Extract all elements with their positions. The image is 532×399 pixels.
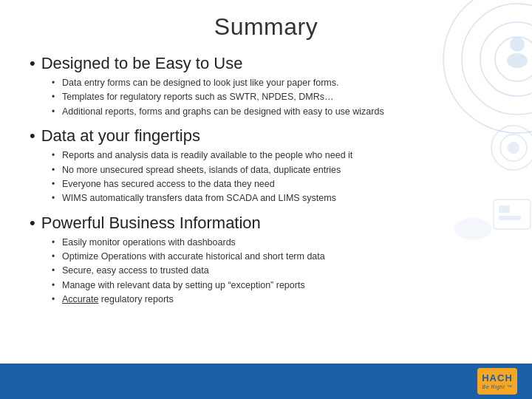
section-2-bullet: • <box>30 126 35 146</box>
slide-title: Summary <box>0 0 532 48</box>
section-1-title: Designed to be Easy to Use <box>41 54 243 73</box>
list-item: Data entry forms can be designed to look… <box>52 76 502 90</box>
section-3-bullet: • <box>30 214 35 233</box>
section-2-title: Data at your fingertips <box>41 126 200 146</box>
section-1-list: Data entry forms can be designed to look… <box>52 76 502 119</box>
section-3-heading: • Powerful Business Information <box>30 214 502 233</box>
list-item: Templates for regulatory reports such as… <box>52 90 502 104</box>
list-item: Secure, easy access to trusted data <box>52 264 502 278</box>
hach-logo: HACH Be Right ™ <box>477 368 517 395</box>
section-3-list: Easily monitor operations with dashboard… <box>52 236 502 307</box>
list-item: No more unsecured spread sheets, islands… <box>52 163 502 177</box>
section-2-list: Reports and analysis data is readily ava… <box>52 149 502 206</box>
content-area: • Designed to be Easy to Use Data entry … <box>0 54 532 307</box>
list-item: Accurate regulatory reports <box>52 293 502 307</box>
list-item: Reports and analysis data is readily ava… <box>52 149 502 163</box>
list-item: Additional reports, forms and graphs can… <box>52 105 502 119</box>
hach-tagline-text: Be Right ™ <box>482 384 513 389</box>
underline-accurate: Accurate <box>62 294 98 304</box>
slide: Summary • Designed to be Easy to Use Dat… <box>0 0 532 399</box>
list-item: Everyone has secured access to the data … <box>52 177 502 191</box>
section-2-heading: • Data at your fingertips <box>30 126 502 146</box>
section-3-title: Powerful Business Information <box>41 214 261 233</box>
list-item: Optimize Operations with accurate histor… <box>52 250 502 264</box>
section-1-heading: • Designed to be Easy to Use <box>30 54 502 73</box>
list-item: WIMS automatically transfers data from S… <box>52 191 502 205</box>
section-1-bullet: • <box>30 54 35 73</box>
list-item: Easily monitor operations with dashboard… <box>52 236 502 250</box>
bottom-bar: HACH Be Right ™ <box>0 364 532 399</box>
hach-brand-text: HACH <box>482 373 513 383</box>
list-item: Manage with relevant data by setting up … <box>52 279 502 293</box>
